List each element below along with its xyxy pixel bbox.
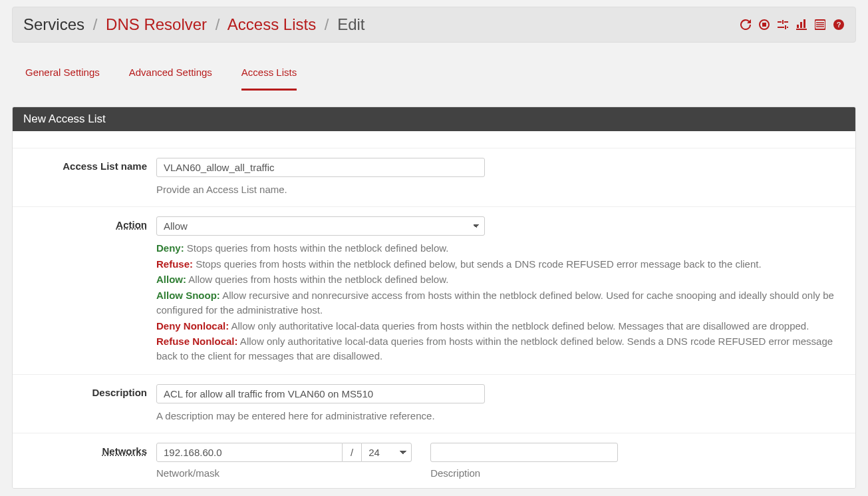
svg-rect-1 [762, 23, 766, 27]
sublabel-network-mask: Network/mask [156, 467, 412, 479]
tab-advanced-settings[interactable]: Advanced Settings [129, 60, 212, 91]
action-select[interactable]: Allow [156, 216, 485, 236]
row-description: Description A description may be entered… [13, 375, 855, 433]
help-icon[interactable]: ? [833, 19, 845, 31]
tab-general-settings[interactable]: General Settings [25, 60, 100, 91]
label-description: Description [13, 384, 156, 423]
tabs: General Settings Advanced Settings Acces… [12, 60, 856, 91]
stop-icon[interactable] [758, 19, 770, 31]
page-header: Services / DNS Resolver / Access Lists /… [12, 7, 856, 43]
header-action-icons: ? [740, 19, 845, 31]
help-access-list-name: Provide an Access List name. [156, 182, 845, 197]
network-entry: / 24 Network/mask Description [156, 443, 845, 479]
help-action: Deny: Stops queries from hosts within th… [156, 241, 845, 364]
list-icon[interactable] [814, 19, 826, 31]
svg-text:?: ? [837, 21, 841, 29]
panel-new-access-list: New Access List Access List name Provide… [12, 107, 856, 489]
row-networks: Networks / 24 Network/mask [13, 433, 855, 488]
crumb-access-lists[interactable]: Access Lists [227, 15, 316, 33]
refresh-icon[interactable] [740, 19, 752, 31]
sliders-icon[interactable] [777, 19, 789, 31]
label-networks: Networks [13, 443, 156, 479]
description-input[interactable] [156, 384, 485, 403]
row-access-list-name: Access List name Provide an Access List … [13, 148, 855, 207]
label-access-list-name: Access List name [13, 158, 156, 197]
network-mask-select[interactable]: 24 [361, 443, 412, 462]
network-description-input[interactable] [430, 443, 618, 462]
sublabel-network-description: Description [430, 467, 618, 479]
network-address-input[interactable] [156, 443, 343, 462]
label-action: Action [13, 216, 156, 365]
separator-icon: / [93, 15, 98, 33]
separator-icon: / [216, 15, 220, 33]
breadcrumb: Services / DNS Resolver / Access Lists /… [23, 15, 365, 34]
slash-separator: / [343, 443, 361, 462]
crumb-services[interactable]: Services [23, 15, 84, 33]
crumb-dns-resolver[interactable]: DNS Resolver [106, 15, 207, 33]
crumb-edit: Edit [337, 15, 364, 33]
access-list-name-input[interactable] [156, 158, 485, 177]
spacer [13, 131, 855, 148]
row-action: Action Allow Deny: Stops queries from ho… [13, 207, 855, 375]
tab-access-lists[interactable]: Access Lists [241, 60, 297, 91]
panel-heading: New Access List [13, 107, 855, 131]
separator-icon: / [325, 15, 329, 33]
panel-body: Access List name Provide an Access List … [13, 131, 855, 488]
help-description: A description may be entered here for ad… [156, 409, 845, 423]
chart-icon[interactable] [796, 19, 807, 31]
